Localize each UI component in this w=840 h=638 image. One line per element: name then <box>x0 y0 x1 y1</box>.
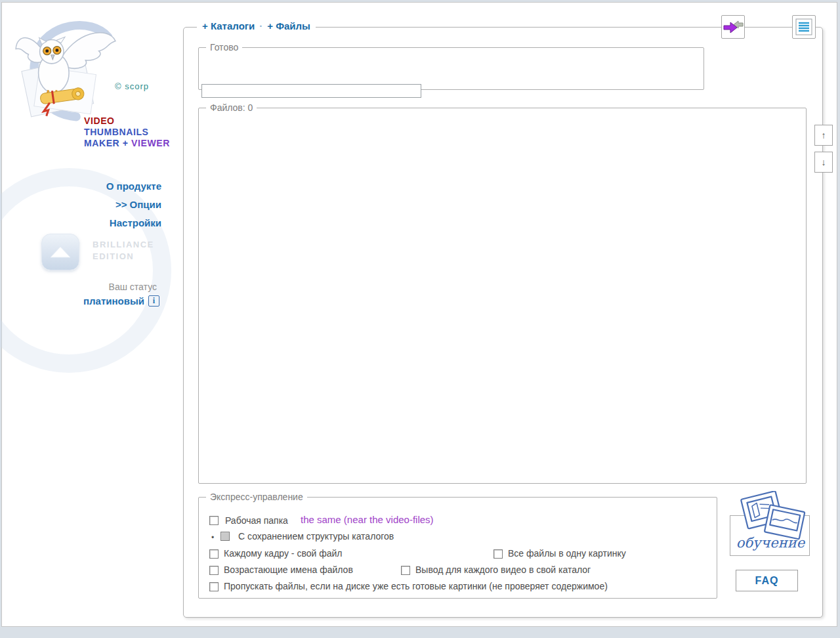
product-title-maker-viewer: MAKER + VIEWER <box>84 138 170 148</box>
skip-existing-checkbox[interactable] <box>209 582 219 591</box>
status-label: Ваш статус <box>41 282 157 292</box>
add-files-button[interactable]: + Файлы <box>267 20 310 32</box>
transfer-arrows-icon <box>723 18 744 35</box>
status-row: платиновый i <box>28 295 159 307</box>
product-title-video: VIDEO <box>84 116 115 126</box>
collapse-panel-button[interactable] <box>41 234 79 270</box>
progress-bar <box>201 84 421 98</box>
working-folder-checkbox[interactable] <box>209 516 219 525</box>
move-up-button[interactable]: ↑ <box>814 125 833 146</box>
express-group-label: Экспресс-управление <box>206 492 307 502</box>
faq-label: FAQ <box>755 575 779 587</box>
main-panel-header: + Каталоги · + Файлы <box>197 20 316 32</box>
working-folder-value-link[interactable]: the same (near the video-files) <box>301 514 434 525</box>
keep-structure-label: С сохранением структуры каталогов <box>238 531 394 542</box>
up-arrow-icon: ↑ <box>822 130 826 140</box>
edition-label-line2: EDITION <box>93 251 134 261</box>
status-value: платиновый <box>83 295 144 307</box>
own-file-per-frame-checkbox[interactable] <box>209 549 219 559</box>
express-group: Экспресс-управление Рабочая папка the sa… <box>198 497 717 599</box>
working-folder-label[interactable]: Рабочая папка <box>225 515 288 526</box>
all-files-one-image-label[interactable]: Все файлы в одну картинку <box>508 548 626 559</box>
header-separator-dot: · <box>259 20 262 32</box>
up-triangle-icon <box>49 245 72 259</box>
list-view-button[interactable] <box>792 15 816 39</box>
increasing-file-names-label[interactable]: Возрастающие имена файлов <box>224 564 353 575</box>
ready-group-label: Готово <box>206 42 242 53</box>
sidebar-item-options[interactable]: >> Опции <box>28 199 161 210</box>
training-label[interactable]: обучение <box>726 535 815 551</box>
transfer-button[interactable] <box>721 15 745 39</box>
sidebar-item-settings[interactable]: Настройки <box>28 217 161 228</box>
sidebar-item-about[interactable]: О продукте <box>28 181 161 192</box>
product-title-viewer: VIEWER <box>131 138 170 148</box>
copyright-text: © scorp <box>115 81 149 91</box>
own-file-per-frame-label[interactable]: Каждому кадру - свой файл <box>224 548 342 559</box>
main-panel: + Каталоги · + Файлы Готово <box>183 27 823 618</box>
status-info-icon[interactable]: i <box>148 295 159 307</box>
all-files-one-image-checkbox[interactable] <box>494 549 503 559</box>
move-down-button[interactable]: ↓ <box>814 152 833 173</box>
keep-structure-bullet: • <box>211 533 214 542</box>
keep-structure-checkbox[interactable] <box>220 532 230 541</box>
down-arrow-icon: ↓ <box>822 157 826 167</box>
app-window: © scorp VIDEO THUMBNAILS MAKER + VIEWER … <box>1 2 837 627</box>
output-per-video-folder-label[interactable]: Вывод для каждого видео в свой каталог <box>415 564 591 575</box>
product-title-maker: MAKER + <box>84 138 131 148</box>
skip-existing-label[interactable]: Пропускать файлы, если на диске уже есть… <box>224 581 608 591</box>
edition-label-line1: BRILLIANCE <box>93 240 154 249</box>
files-group: Файлов: 0 <box>198 108 807 484</box>
files-group-label: Файлов: 0 <box>206 102 257 113</box>
owl-logo-icon <box>7 14 120 127</box>
files-list[interactable] <box>200 114 805 482</box>
list-icon <box>795 18 812 35</box>
increasing-file-names-checkbox[interactable] <box>209 566 219 575</box>
output-per-video-folder-checkbox[interactable] <box>401 566 410 575</box>
add-catalogs-button[interactable]: + Каталоги <box>202 20 255 32</box>
product-title-thumbnails: THUMBNAILS <box>84 127 149 137</box>
faq-button[interactable]: FAQ <box>736 570 798 591</box>
